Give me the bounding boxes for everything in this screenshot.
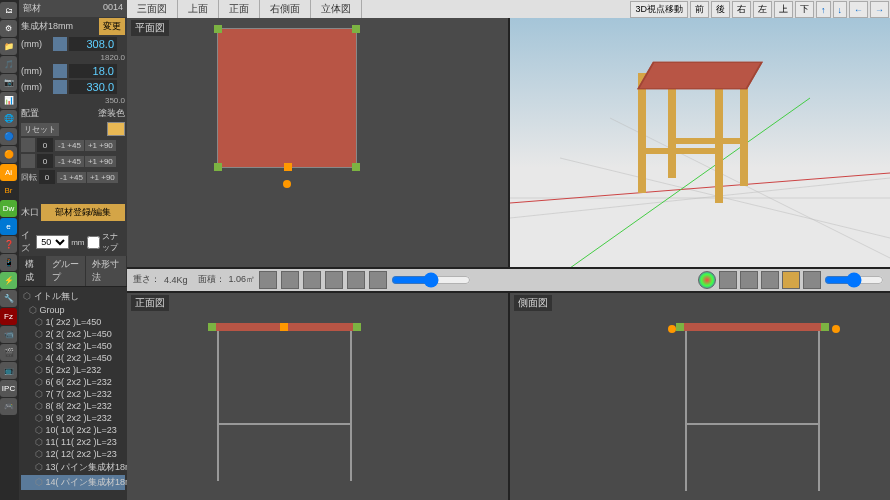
handle-mid[interactable] [280,323,288,331]
tree-item[interactable]: 13( パイン集成材18m [21,460,125,475]
spinner-value[interactable]: 0 [39,170,55,184]
width-input[interactable] [69,37,117,51]
spinner-value[interactable]: 0 [37,138,53,152]
viewport-3d[interactable] [510,18,891,267]
dock-icon[interactable]: 🎮 [0,398,17,415]
tree-item[interactable]: 8( 8( 2x2 )L=232 [21,400,125,412]
dock-icon[interactable]: ⚡ [0,272,17,289]
dock-icon[interactable]: 🎵 [0,56,17,73]
tool-icon[interactable] [369,271,387,289]
tree-item-selected[interactable]: 14( パイン集成材18m [21,475,125,490]
view-icon[interactable] [761,271,779,289]
handle[interactable] [352,25,360,33]
tree-root[interactable]: イトル無し [21,289,125,304]
tree-group[interactable]: Group [21,304,125,316]
spin-dec[interactable]: -1 +45 [55,140,84,151]
dock-icon[interactable]: 📱 [0,254,17,271]
dock-icon[interactable]: 🎬 [0,344,17,361]
handle[interactable] [353,323,361,331]
nav-3d-button[interactable]: 3D視点移動 [630,1,688,18]
zoom-slider[interactable] [391,272,471,288]
tree-item[interactable]: 3( 3( 2x2 )L=450 [21,340,125,352]
view-icon[interactable] [803,271,821,289]
dock-icon-fz[interactable]: Fz [0,308,17,325]
nav-down[interactable]: 下 [795,1,814,18]
tree-item[interactable]: 5( 2x2 )L=232 [21,364,125,376]
dock-icon[interactable]: 📺 [0,362,17,379]
dock-icon[interactable]: 📷 [0,74,17,91]
nav-up[interactable]: 上 [774,1,793,18]
tool-icon[interactable] [325,271,343,289]
handle-mid[interactable] [284,163,292,171]
dock-icon[interactable]: 🌐 [0,110,17,127]
tree-item[interactable]: 7( 7( 2x2 )L=232 [21,388,125,400]
dock-icon-ipc[interactable]: IPC [0,380,17,397]
reset-button[interactable]: リセット [21,123,59,136]
dock-icon-dw[interactable]: Dw [0,200,17,217]
tree-item[interactable]: 11( 11( 2x2 )L=23 [21,436,125,448]
rgb-icon[interactable] [698,271,716,289]
viewport-front[interactable]: 正面図 [127,293,508,500]
handle[interactable] [208,323,216,331]
dock-icon[interactable]: 🟠 [0,146,17,163]
spin-dec[interactable]: -1 +45 [57,172,86,183]
handle[interactable] [821,323,829,331]
handle[interactable] [214,25,222,33]
spinner-value[interactable]: 0 [37,154,53,168]
spin-dec[interactable]: -1 +45 [55,156,84,167]
dock-icon[interactable]: 📊 [0,92,17,109]
handle[interactable] [352,163,360,171]
tree-item[interactable]: 4( 4( 2x2 )L=450 [21,352,125,364]
height-input[interactable] [69,64,117,78]
dock-icon[interactable]: 🔵 [0,128,17,145]
view-tab-three[interactable]: 三面図 [127,0,178,18]
viewport-top[interactable]: 平面図 [127,18,508,267]
arrow-down[interactable]: ↓ [833,1,848,18]
snap-checkbox[interactable] [87,236,100,249]
view-icon[interactable] [782,271,800,289]
view-tab-top[interactable]: 上面 [178,0,219,18]
tree-item[interactable]: 6( 6( 2x2 )L=232 [21,376,125,388]
side-shape[interactable] [680,323,825,331]
nav-front[interactable]: 前 [690,1,709,18]
spin-inc[interactable]: +1 +90 [87,172,118,183]
view-tab-right[interactable]: 右側面 [260,0,311,18]
pivot[interactable] [668,325,676,333]
dock-icon-e[interactable]: e [0,218,17,235]
nav-right[interactable]: 右 [732,1,751,18]
spin-inc[interactable]: +1 +90 [85,156,116,167]
tab-structure[interactable]: 構成 [19,256,46,286]
nav-left[interactable]: 左 [753,1,772,18]
dock-icon[interactable]: 📁 [0,38,17,55]
tree-item[interactable]: 12( 12( 2x2 )L=23 [21,448,125,460]
dock-icon[interactable]: 📹 [0,326,17,343]
change-button[interactable]: 変更 [99,18,125,35]
view-icon[interactable] [719,271,737,289]
dock-icon-br[interactable]: Br [0,182,17,199]
viewport-side[interactable]: 側面図 [510,293,891,500]
dock-icon[interactable]: ❓ [0,236,17,253]
register-button[interactable]: 部材登録/編集 [41,204,125,221]
size-select[interactable]: 50 [36,235,69,249]
depth-input[interactable] [69,80,117,94]
pivot[interactable] [832,325,840,333]
color-swatch[interactable] [107,122,125,136]
pivot-handle[interactable] [283,180,291,188]
tool-icon[interactable] [281,271,299,289]
tool-icon[interactable] [347,271,365,289]
nav-back[interactable]: 後 [711,1,730,18]
plan-shape[interactable] [217,28,357,168]
tab-outline[interactable]: 外形寸法 [86,256,127,286]
tab-group[interactable]: グループ [46,256,87,286]
tool-icon[interactable] [303,271,321,289]
dock-icon[interactable]: ⚙ [0,20,17,37]
front-shape[interactable] [212,323,357,331]
tree-item[interactable]: 1( 2x2 )L=450 [21,316,125,328]
tree-item[interactable]: 9( 9( 2x2 )L=232 [21,412,125,424]
spin-inc[interactable]: +1 +90 [85,140,116,151]
tree-item[interactable]: 10( 10( 2x2 )L=23 [21,424,125,436]
tree-item[interactable]: 2( 2( 2x2 )L=450 [21,328,125,340]
arrow-up[interactable]: ↑ [816,1,831,18]
tree-view[interactable]: イトル無し Group 1( 2x2 )L=450 2( 2( 2x2 )L=4… [19,287,127,500]
dock-icon[interactable]: 🗂 [0,2,17,19]
